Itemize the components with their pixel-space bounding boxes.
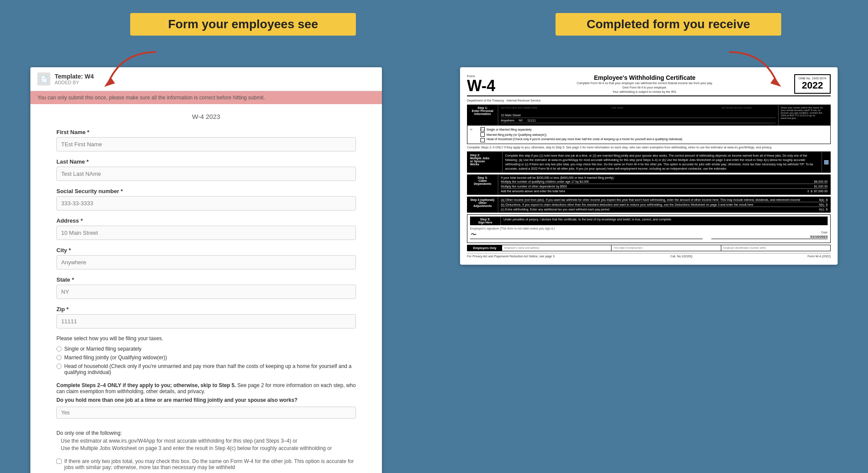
do-only-item-0: Use the estimator at www.irs.gov/W4App f… (56, 438, 356, 444)
checkbox-label: If there are only two jobs total, you ma… (64, 458, 356, 470)
address-input[interactable] (56, 226, 356, 240)
radio-item-2[interactable]: Head of household (Check only if you're … (56, 363, 356, 375)
step1-ssn-note: Does your name match the name on your so… (778, 105, 830, 125)
w4-step1-block: Step 1: Enter Personal Information (a) F… (467, 105, 831, 144)
footer-form: Form W-4 (2022) (808, 255, 831, 258)
w4-step5-block: Step 5: Sign Here Under penalties of per… (467, 214, 831, 243)
city-label: City * (56, 247, 356, 253)
city-field: City * (56, 247, 356, 269)
radio-circle-1[interactable] (56, 355, 62, 360)
w4-step2-block: Step 2: Multiple Jobs or Spouse Works Co… (467, 151, 831, 173)
date-label: Date (711, 231, 828, 234)
checkbox-box[interactable] (56, 459, 62, 464)
w4-dept: Department of the Treasury Internal Reve… (467, 99, 831, 102)
step3-row3-value: $7,000.00 (814, 190, 828, 193)
filing-checkbox-2 (480, 138, 485, 142)
do-only-section: Do only one of the following: Use the es… (56, 430, 356, 451)
step4-row0-value: $ (826, 198, 828, 201)
form-header: 📄 Template: W4 ADDED BY (30, 67, 382, 91)
filing-checkbox-1 (480, 132, 485, 137)
form-title: W-4 2023 (56, 113, 356, 120)
step3-row1-label: Multiply the number of qualifying childr… (501, 180, 589, 183)
w4-step4-header: Step 4 (optional): Other Adjustments (a)… (467, 197, 830, 212)
employers-label: Employers Only (467, 245, 502, 251)
footer-cat: Cat. No.10220Q (671, 255, 693, 258)
w4-filing-checkboxes: b) ✓ Single or Married filing separately… (467, 125, 830, 144)
ssn-label: Social Security number * (56, 188, 356, 194)
step4-row0-col: 4(a) (819, 198, 824, 201)
ssn-field: Social Security number * (56, 188, 356, 210)
filing-title: Please select how you will be filing you… (56, 335, 356, 342)
step4-row2-label: (c) Extra withholding. Enter any additio… (501, 208, 609, 211)
w4-logo: Form W-4 (467, 74, 495, 94)
first-name-input[interactable] (56, 137, 356, 151)
ssn-input[interactable] (56, 196, 356, 210)
step3-row3-col2: $ (811, 190, 812, 193)
first-date-label: First date of employment (614, 246, 718, 249)
radio-group: Single or Married filing separately Marr… (56, 346, 356, 375)
state-label: State * (56, 276, 356, 283)
ssn-field-value: 333-33-3333 (722, 109, 776, 113)
step4-row2-value: $ (826, 208, 828, 211)
radio-label-2: Head of household (Check only if you're … (64, 363, 356, 375)
w4-step1-header: Step 1: Enter Personal Information (a) F… (467, 105, 830, 125)
radio-item-0[interactable]: Single or Married filing separately (56, 346, 356, 352)
signature-label: Employee's signature (This form is not v… (470, 227, 703, 230)
signature-value: 〜 (470, 231, 703, 239)
step4-content: (a) Other income (not from jobs). If you… (498, 197, 830, 212)
last-name-label: Last Name * (56, 158, 356, 165)
w4-big: W-4 (467, 78, 495, 94)
w4-omb: OMB No. 1545-0074 (799, 77, 826, 80)
ein-cell: Employer identification number (EIN) (721, 245, 830, 251)
w4-sign-row: Employee's signature (This form is not v… (470, 227, 828, 239)
employer-name-label: Employer's name and address (504, 246, 609, 249)
first-name-label: First Name * (56, 129, 356, 135)
steps-section: Complete Steps 2–4 ONLY if they apply to… (56, 382, 356, 423)
zip-field: Zip * (56, 306, 356, 328)
date-value: 01/10/2023 (711, 235, 828, 239)
city-input[interactable] (56, 255, 356, 269)
yes-input[interactable] (56, 407, 356, 419)
radio-label-1: Married filing jointly (or Qualifying wi… (64, 355, 167, 361)
filing-option-0: Single or Married filing separately (487, 128, 532, 131)
form-body: W-4 2023 First Name * Last Name * Social… (30, 104, 382, 473)
state-field: State * (56, 276, 356, 299)
step2-label: Step 2: Multiple Jobs or Spouse Works (467, 152, 502, 172)
w4-step3-block: Step 3: Claim Dependents If your total i… (467, 174, 831, 195)
last-name-field: Last Name * (56, 158, 356, 181)
left-arrow (87, 48, 165, 91)
filing-option-1: Married filing jointly (or Qualifying wi… (487, 133, 546, 136)
radio-label-0: Single or Married filing separately (64, 346, 141, 352)
w4-city-display: Anywhere (501, 119, 514, 122)
radio-circle-2[interactable] (56, 364, 62, 369)
footer-left: For Privacy Act and Paperwork Reduction … (467, 255, 556, 258)
last-name-input[interactable] (56, 167, 356, 181)
filing-checkbox-0: ✓ (480, 127, 485, 131)
w4-year-block: OMB No. 1545-0074 2022 (794, 74, 831, 94)
zip-label: Zip * (56, 306, 356, 312)
checkbox-field: If there are only two jobs total, you ma… (56, 458, 356, 470)
first-name-field-value: TEst First Name (501, 109, 608, 113)
step4-row1-label: (b) Deductions. If you expect to claim d… (501, 203, 753, 206)
steps-question: Do you hold more than one job at a time … (56, 397, 356, 403)
step1-label: Step 1: Enter Personal Information (467, 105, 498, 125)
w4-zip-display: 11111 (527, 119, 536, 122)
radio-circle-0[interactable] (56, 346, 62, 351)
step4-label: Step 4 (optional): Other Adjustments (467, 197, 498, 212)
radio-item-1[interactable]: Married filing jointly (or Qualifying wi… (56, 355, 356, 361)
step5-content: Under penalties of perjury, I declare th… (500, 217, 828, 225)
step5-label: Step 5: Sign Here (470, 217, 500, 225)
state-input[interactable] (56, 285, 356, 299)
filing-section: Please select how you will be filing you… (56, 335, 356, 375)
step3-row2-value: $1,000.00 (814, 185, 828, 188)
zip-input[interactable] (56, 314, 356, 328)
step3-row3-col1: 3 (807, 190, 809, 193)
step4-row0-label: (a) Other income (not from jobs). If you… (501, 198, 800, 201)
step3-row1-value: $8,000.00 (814, 180, 828, 183)
right-arrow (720, 48, 799, 91)
first-name-field: First Name * (56, 129, 356, 151)
last-name-field-value: TEst Last NAme (611, 109, 719, 113)
left-label: Form your employees see (130, 13, 356, 36)
ein-label: Employer identification number (EIN) (723, 246, 828, 249)
step2-checkbox (822, 152, 830, 172)
